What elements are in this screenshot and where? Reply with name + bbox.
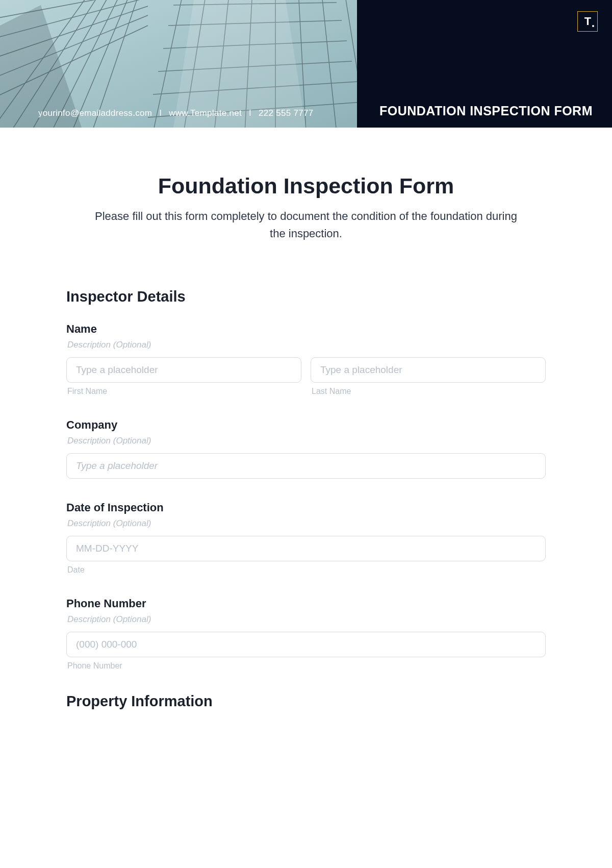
company-desc: Description (Optional) [66,436,546,446]
field-name: Name Description (Optional) First Name L… [66,323,546,396]
hero-website: www.Template.net [169,108,242,118]
field-date: Date of Inspection Description (Optional… [66,501,546,575]
logo-dot [592,25,594,27]
hero-contact-line: yourinfo@emailaddress.com I www.Template… [38,108,314,118]
first-name-sublabel: First Name [66,387,301,396]
field-phone: Phone Number Description (Optional) Phon… [66,597,546,671]
date-desc: Description (Optional) [66,518,546,529]
hero-phone: 222 555 7777 [259,108,314,118]
section-property-heading: Property Information [66,693,546,710]
company-label: Company [66,418,546,432]
last-name-input[interactable] [311,357,546,383]
form-content: Foundation Inspection Form Please fill o… [0,128,612,748]
date-label: Date of Inspection [66,501,546,514]
date-input[interactable] [66,536,546,561]
name-desc: Description (Optional) [66,340,546,350]
hero-banner: yourinfo@emailaddress.com I www.Template… [0,0,612,128]
logo: T [577,11,598,32]
phone-sublabel: Phone Number [66,661,546,671]
hero-image: yourinfo@emailaddress.com I www.Template… [0,0,357,128]
hero-title: FOUNDATION INSPECTION FORM [379,104,593,118]
phone-label: Phone Number [66,597,546,610]
hero-right-panel: T FOUNDATION INSPECTION FORM [357,0,612,128]
date-sublabel: Date [66,565,546,575]
phone-input[interactable] [66,632,546,657]
last-name-sublabel: Last Name [311,387,546,396]
company-input[interactable] [66,453,546,479]
separator: I [249,108,251,118]
logo-text: T [584,15,591,28]
field-company: Company Description (Optional) [66,418,546,479]
first-name-input[interactable] [66,357,301,383]
page-title: Foundation Inspection Form [66,173,546,199]
hero-email: yourinfo@emailaddress.com [38,108,152,118]
section-inspector-heading: Inspector Details [66,288,546,305]
name-label: Name [66,323,546,336]
separator: I [159,108,162,118]
page-subtitle: Please fill out this form completely to … [87,208,525,242]
phone-desc: Description (Optional) [66,614,546,625]
